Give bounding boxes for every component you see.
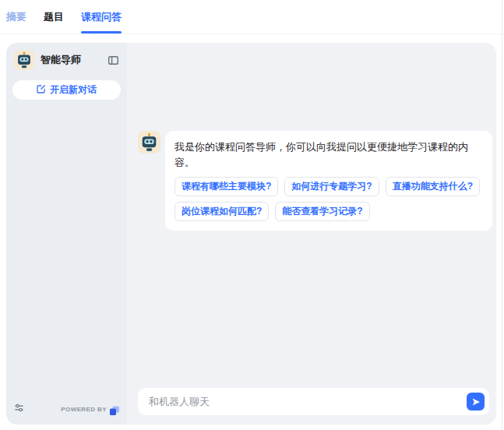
tab-course-qa[interactable]: 课程问答 [81, 0, 122, 34]
collapse-sidebar-icon[interactable] [107, 54, 119, 66]
chat-input[interactable] [149, 396, 467, 407]
powered-by-label: POWERED BY [61, 406, 107, 413]
suggestion-chip[interactable]: 直播功能支持什么? [386, 177, 480, 196]
send-button[interactable] [467, 393, 485, 411]
suggestion-chips: 课程有哪些主要模块?如何进行专题学习?直播功能支持什么?岗位课程如何匹配?能否查… [174, 177, 483, 221]
suggestion-chip[interactable]: 能否查看学习记录? [275, 202, 369, 221]
new-chat-button[interactable]: 开启新对话 [12, 80, 121, 100]
sidebar-footer: POWERED BY [14, 402, 119, 416]
tab-bar: 摘要 题目 课程问答 [0, 0, 504, 34]
bot-name: 智能导师 [41, 53, 81, 67]
panel-right-divider [502, 0, 502, 430]
powered-by-logo-icon [110, 404, 119, 414]
suggestion-chip[interactable]: 如何进行专题学习? [284, 177, 379, 196]
bot-message-row: 我是你的课程问答导师，你可以向我提问以更便捷地学习课程的内容。 课程有哪些主要模… [138, 131, 492, 231]
chat-sidebar: 智能导师 开启新对话 [6, 43, 127, 425]
tab-course-qa-label: 课程问答 [81, 10, 122, 24]
bot-message-bubble: 我是你的课程问答导师，你可以向我提问以更便捷地学习课程的内容。 课程有哪些主要模… [165, 131, 492, 231]
bot-message-avatar-icon [138, 131, 160, 153]
sidebar-header: 智能导师 [6, 43, 127, 70]
tab-questions[interactable]: 题目 [44, 0, 64, 34]
course-qa-panel: 摘要 题目 课程问答 [0, 0, 504, 430]
tab-summary[interactable]: 摘要 [6, 0, 26, 34]
robot-avatar-icon [14, 50, 34, 70]
new-chat-icon [37, 84, 46, 96]
bot-message-text: 我是你的课程问答导师，你可以向我提问以更便捷地学习课程的内容。 [174, 139, 483, 171]
suggestion-chip[interactable]: 岗位课程如何匹配? [174, 202, 269, 221]
new-chat-label: 开启新对话 [50, 83, 97, 97]
chat-widget: 智能导师 开启新对话 [6, 43, 496, 425]
chat-input-bar [138, 388, 489, 415]
suggestion-chip[interactable]: 课程有哪些主要模块? [174, 177, 278, 196]
chat-area: 我是你的课程问答导师，你可以向我提问以更便捷地学习课程的内容。 课程有哪些主要模… [127, 43, 496, 425]
send-icon [471, 397, 481, 407]
settings-sliders-icon[interactable] [14, 402, 24, 416]
active-tab-indicator [81, 31, 122, 33]
